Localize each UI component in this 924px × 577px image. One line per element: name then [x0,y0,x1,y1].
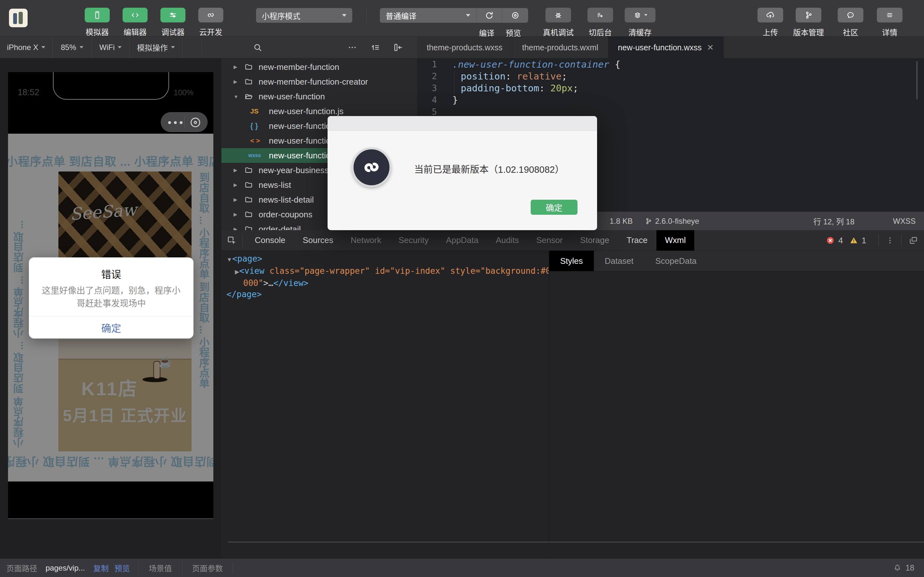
collapse-icon[interactable] [393,42,404,53]
wxml-node[interactable]: 000">…</view> [221,277,549,289]
chevron-down-icon [79,46,83,48]
notification-area[interactable]: 18 [893,563,914,573]
account-avatar[interactable] [9,9,27,27]
sim-sound-button[interactable] [188,41,202,53]
more-icon[interactable] [347,42,358,53]
mode-select[interactable]: 小程序模式 [256,8,352,23]
error-badge-icon[interactable] [825,235,835,245]
action-version-control-button[interactable] [796,8,821,23]
editor-tab-theme-products.wxml[interactable]: theme-products.wxml [512,37,608,58]
sort-icon[interactable] [370,42,381,53]
more-icon[interactable] [168,121,183,124]
toolbar-toggle-debugger[interactable]: 调试器 [154,8,192,37]
chevron-down-icon[interactable]: ▼ [234,94,240,99]
cursor-position[interactable]: 行 12, 列 18 [813,215,855,227]
toolbar-toggle-cloud-dev[interactable]: 云开发 [192,8,230,37]
action-remote-debug-button[interactable] [545,8,571,23]
miniprogram-capsule[interactable] [161,112,208,132]
action-details-button[interactable] [877,8,903,23]
inspect-element-icon[interactable] [226,235,237,246]
tree-item-new-member-function-creator[interactable]: ▶new-member-function-creator [221,74,417,89]
compile-button[interactable] [476,8,502,23]
chevron-right-icon[interactable]: ▶ [234,167,240,173]
preview-button[interactable] [502,8,528,23]
close-icon[interactable]: ✕ [707,43,714,53]
debug-tab-audits[interactable]: Audits [487,230,527,251]
sim-zoom-select[interactable]: 85% [53,37,92,58]
editor-tab-label: new-user-function.wxss [618,43,702,52]
debug-tab-appdata[interactable]: AppData [437,230,487,251]
toolbar-toggle-editor-button[interactable] [123,8,148,23]
warning-count: 1 [862,235,866,245]
debug-tab-sensor[interactable]: Sensor [528,230,572,251]
phone-edge [8,518,213,519]
wxml-node[interactable]: ▼<page> [221,253,549,266]
action-clear-cache[interactable]: 清缓存 [622,8,658,37]
code-line-2[interactable]: 2position: relative; [417,70,924,82]
language-mode[interactable]: WXSS [893,217,916,226]
chevron-right-icon[interactable]: ▶ [234,182,240,188]
compile-mode-select[interactable]: 普通编译 [380,8,476,23]
kebab-menu-icon[interactable] [885,235,895,245]
sim-window-button[interactable] [204,42,217,53]
base-library-version[interactable]: 2.6.0-fisheye [655,217,699,226]
action-version-control[interactable]: 版本管理 [791,8,826,37]
chevron-right-icon[interactable]: ▶ [234,64,240,70]
action-upload[interactable]: 上传 [753,8,788,37]
debug-tab-network[interactable]: Network [342,230,390,251]
exit-icon[interactable] [191,118,200,127]
toolbar-toggle-cloud-dev-button[interactable] [198,8,223,23]
sim-network-select[interactable]: WiFi [92,37,129,58]
toolbar-toggle-debugger-button[interactable] [160,8,186,23]
action-clear-cache-button[interactable] [625,8,656,23]
styles-tab-dataset[interactable]: Dataset [594,251,645,271]
copy-link[interactable]: 复制 [94,562,109,574]
debug-tab-sources[interactable]: Sources [294,230,342,251]
action-details[interactable]: 详情 [872,8,907,37]
toolbar-toggle-editor[interactable]: 编辑器 [116,8,154,37]
chevron-right-icon[interactable]: ▶ [234,197,240,203]
tree-item-new-user-function[interactable]: ▼new-user-function [221,89,417,104]
editor-scrollbar[interactable] [916,61,918,99]
plus-icon[interactable] [229,42,240,53]
warning-badge-icon[interactable] [849,235,859,245]
tree-item-new-member-function[interactable]: ▶new-member-function [221,60,417,74]
horizontal-scrollbar[interactable] [228,542,924,542]
scene-value-label[interactable]: 场景值 [149,562,172,574]
sim-device-select[interactable]: iPhone X [0,37,53,58]
undock-icon[interactable] [908,235,919,246]
styles-tab-styles[interactable]: Styles [549,251,594,271]
debug-tab-security[interactable]: Security [390,230,437,251]
error-dialog-ok-button[interactable]: 确定 [29,316,194,338]
debug-tab-storage[interactable]: Storage [572,230,618,251]
preview-link[interactable]: 预览 [115,562,130,574]
action-community-button[interactable] [838,8,863,23]
styles-tab-scopedata[interactable]: ScopeData [644,251,708,271]
code-line-1[interactable]: 1.new-user-function-container { [417,58,924,70]
search-icon[interactable] [252,42,263,53]
debug-tab-console[interactable]: Console [246,230,294,251]
chevron-right-icon[interactable]: ▶ [234,211,240,218]
code-line-3[interactable]: 3padding-bottom: 20px; [417,82,924,94]
editor-tab-new-user-function.wxss[interactable]: new-user-function.wxss✕ [608,37,724,58]
action-community[interactable]: 社区 [833,8,868,37]
update-ok-button[interactable]: 确定 [531,200,577,215]
chevron-right-icon[interactable]: ▶ [234,226,240,230]
compile-group: 普通编译 [380,8,528,23]
action-to-background[interactable]: 切后台 [585,8,615,37]
toolbar-toggle-simulator-button[interactable] [85,8,110,23]
sim-sim-actions-select[interactable]: 模拟操作 [129,37,183,58]
debug-tab-wxml[interactable]: Wxml [656,230,695,251]
wxml-node[interactable]: ▶<view class="page-wrapper" id="vip-inde… [221,266,549,277]
action-to-background-button[interactable] [588,8,613,23]
chevron-right-icon[interactable]: ▶ [234,79,240,85]
action-upload-button[interactable] [758,8,783,23]
debugger-tabbar: ConsoleSourcesNetworkSecurityAppDataAudi… [221,230,924,251]
toolbar-toggle-simulator[interactable]: 模拟器 [78,8,116,37]
page-params-label[interactable]: 页面参数 [192,562,223,574]
action-remote-debug[interactable]: 真机调试 [543,8,573,37]
debug-tab-trace[interactable]: Trace [618,230,656,251]
editor-tab-theme-products.wxss[interactable]: theme-products.wxss [417,37,512,58]
wxml-node[interactable]: </page> [221,289,549,300]
code-line-4[interactable]: 4} [417,94,924,106]
